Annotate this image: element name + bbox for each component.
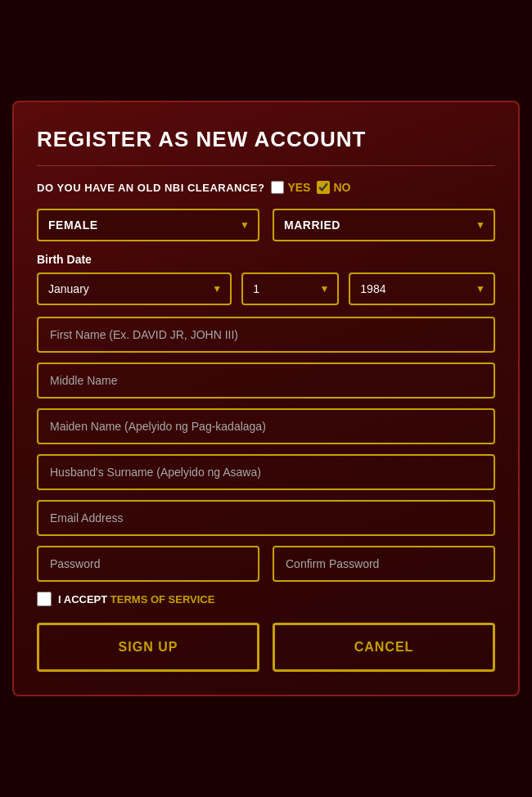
maiden-name-input[interactable] [37,408,495,444]
page-title: REGISTER AS NEW ACCOUNT [37,127,495,152]
civil-status-dropdown-wrap: SINGLE MARRIED WIDOWED SEPARATED ▼ [273,209,495,241]
birth-date-label: Birth Date [37,253,495,266]
terms-checkbox[interactable] [37,592,52,606]
birth-date-row: January February March April May June Ju… [37,272,495,305]
password-row [37,546,495,582]
clearance-yes-checkbox[interactable] [271,181,284,194]
divider [37,165,495,166]
husband-surname-input[interactable] [37,454,495,490]
email-input[interactable] [37,500,495,536]
gender-select[interactable]: FEMALE MALE [37,209,259,241]
birth-year-wrap: 1984 ▼ [349,272,495,305]
password-input[interactable] [37,546,259,582]
gender-dropdown-wrap: FEMALE MALE ▼ [37,209,259,241]
signup-button[interactable]: SIGN UP [37,623,259,672]
terms-row: I ACCEPT TERMS OF SERVICE [37,592,495,606]
clearance-yes-option: YES [271,181,310,194]
terms-prefix: I ACCEPT [58,593,110,606]
gender-status-row: FEMALE MALE ▼ SINGLE MARRIED WIDOWED SEP… [37,209,495,241]
confirm-password-input[interactable] [273,546,495,582]
registration-card: REGISTER AS NEW ACCOUNT DO YOU HAVE AN O… [12,101,520,696]
civil-status-select[interactable]: SINGLE MARRIED WIDOWED SEPARATED [273,209,495,241]
clearance-row: DO YOU HAVE AN OLD NBI CLEARANCE? YES NO [37,181,495,194]
cancel-button[interactable]: CANCEL [273,623,495,672]
birth-day-wrap: 1 2345 6789 10111213 14151617 18192021 2… [241,272,339,305]
terms-link[interactable]: TERMS OF SERVICE [110,593,215,606]
terms-text: I ACCEPT TERMS OF SERVICE [58,593,214,606]
birth-month-wrap: January February March April May June Ju… [37,272,232,305]
clearance-yes-label: YES [287,181,310,194]
birth-month-select[interactable]: January February March April May June Ju… [37,272,232,305]
clearance-no-option: NO [317,181,350,194]
birth-year-select[interactable]: 1984 [349,272,495,305]
birth-day-select[interactable]: 1 2345 6789 10111213 14151617 18192021 2… [241,272,339,305]
clearance-no-checkbox[interactable] [317,181,330,194]
buttons-row: SIGN UP CANCEL [37,623,495,672]
clearance-question: DO YOU HAVE AN OLD NBI CLEARANCE? [37,182,264,194]
clearance-no-label: NO [333,181,350,194]
middle-name-input[interactable] [37,362,495,398]
first-name-input[interactable] [37,317,495,353]
